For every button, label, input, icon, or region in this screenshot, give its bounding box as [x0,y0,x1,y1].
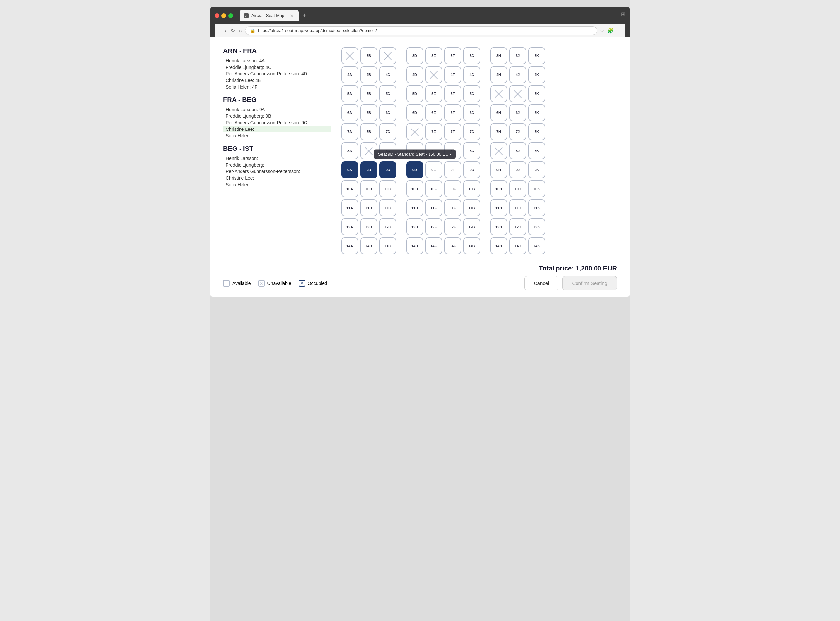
seat-9F[interactable]: 9F [444,161,461,178]
seat-12D[interactable]: 12D [406,218,423,235]
seat-9C[interactable]: 9C [379,161,396,178]
seat-9E[interactable]: 9E [425,161,442,178]
seat-12F[interactable]: 12F [444,218,461,235]
seat-7J[interactable]: 7J [509,123,526,140]
seat-7A[interactable]: 7A [341,123,358,140]
seat-12A[interactable]: 12A [341,218,358,235]
seat-12H[interactable]: 12H [490,218,507,235]
back-button[interactable]: ‹ [219,27,222,35]
seat-10A[interactable]: 10A [341,180,358,197]
seat-3F[interactable]: 3F [444,47,461,64]
seat-12E[interactable]: 12E [425,218,442,235]
seat-8G[interactable]: 8G [463,142,480,159]
seat-8F[interactable]: 8F [444,142,461,159]
seat-14H[interactable]: 14H [490,237,507,254]
seat-4B[interactable]: 4B [360,66,377,83]
seat-14B[interactable]: 14B [360,237,377,254]
close-button[interactable] [214,14,219,18]
seat-9D[interactable]: 9DSeat 9D - Standard Seat - 150.00 EUR [406,161,423,178]
home-button[interactable]: ⌂ [238,27,243,35]
seat-6D[interactable]: 6D [406,104,423,121]
seat-6E[interactable]: 6E [425,104,442,121]
seat-7E[interactable]: 7E [425,123,442,140]
seat-14G[interactable]: 14G [463,237,480,254]
seat-3E[interactable]: 3E [425,47,442,64]
seat-3K[interactable]: 3K [528,47,545,64]
seat-9H[interactable]: 9H [490,161,507,178]
maximize-button[interactable] [228,14,233,18]
seat-7F[interactable]: 7F [444,123,461,140]
seat-6C[interactable]: 6C [379,104,396,121]
seat-7H[interactable]: 7H [490,123,507,140]
seat-11G[interactable]: 11G [463,199,480,217]
seat-5D[interactable]: 5D [406,85,423,102]
seat-10C[interactable]: 10C [379,180,396,197]
tab-close-icon[interactable]: ✕ [290,13,294,18]
seat-12G[interactable]: 12G [463,218,480,235]
seat-5C[interactable]: 5C [379,85,396,102]
seat-6F[interactable]: 6F [444,104,461,121]
seat-6K[interactable]: 6K [528,104,545,121]
seat-10K[interactable]: 10K [528,180,545,197]
seat-6G[interactable]: 6G [463,104,480,121]
seat-5K[interactable]: 5K [528,85,545,102]
confirm-button[interactable]: Confirm Seating [562,276,617,290]
seat-5B[interactable]: 5B [360,85,377,102]
seat-8A[interactable]: 8A [341,142,358,159]
seat-4H[interactable]: 4H [490,66,507,83]
seat-14F[interactable]: 14F [444,237,461,254]
seat-14J[interactable]: 14J [509,237,526,254]
seat-3B[interactable]: 3B [360,47,377,64]
seat-8J[interactable]: 8J [509,142,526,159]
seat-12B[interactable]: 12B [360,218,377,235]
seat-10D[interactable]: 10D [406,180,423,197]
seat-4G[interactable]: 4G [463,66,480,83]
seat-6B[interactable]: 6B [360,104,377,121]
seat-11B[interactable]: 11B [360,199,377,217]
seat-6A[interactable]: 6A [341,104,358,121]
seat-8K[interactable]: 8K [528,142,545,159]
seat-9B[interactable]: 9B [360,161,377,178]
address-bar[interactable]: 🔒 https://aircraft-seat-map.web.app/demo… [245,26,597,35]
cancel-button[interactable]: Cancel [524,276,559,290]
seat-11F[interactable]: 11F [444,199,461,217]
menu-icon[interactable]: ⋮ [616,27,621,34]
minimize-button[interactable] [222,14,226,18]
seat-6J[interactable]: 6J [509,104,526,121]
seat-10F[interactable]: 10F [444,180,461,197]
seat-11D[interactable]: 11D [406,199,423,217]
seat-6H[interactable]: 6H [490,104,507,121]
seat-7G[interactable]: 7G [463,123,480,140]
seat-11H[interactable]: 11H [490,199,507,217]
seat-10J[interactable]: 10J [509,180,526,197]
seat-5A[interactable]: 5A [341,85,358,102]
seat-11C[interactable]: 11C [379,199,396,217]
seat-3D[interactable]: 3D [406,47,423,64]
seat-10B[interactable]: 10B [360,180,377,197]
seat-10H[interactable]: 10H [490,180,507,197]
seat-11E[interactable]: 11E [425,199,442,217]
forward-button[interactable]: › [224,27,227,35]
seat-12J[interactable]: 12J [509,218,526,235]
seat-4J[interactable]: 4J [509,66,526,83]
seat-3J[interactable]: 3J [509,47,526,64]
seat-7C[interactable]: 7C [379,123,396,140]
seat-3H[interactable]: 3H [490,47,507,64]
refresh-button[interactable]: ↻ [230,27,235,35]
seat-3G[interactable]: 3G [463,47,480,64]
extensions-icon[interactable]: ⊞ [621,11,626,17]
seat-4C[interactable]: 4C [379,66,396,83]
seat-12C[interactable]: 12C [379,218,396,235]
browser-tab[interactable]: A Aircraft Seat Map ✕ [240,10,299,21]
seat-4K[interactable]: 4K [528,66,545,83]
seat-7B[interactable]: 7B [360,123,377,140]
seat-12K[interactable]: 12K [528,218,545,235]
seat-7K[interactable]: 7K [528,123,545,140]
new-tab-button[interactable]: + [299,10,310,21]
seat-8E[interactable]: 8E [425,142,442,159]
seat-11J[interactable]: 11J [509,199,526,217]
seat-4A[interactable]: 4A [341,66,358,83]
seat-9G[interactable]: 9G [463,161,480,178]
seat-4F[interactable]: 4F [444,66,461,83]
seat-9J[interactable]: 9J [509,161,526,178]
